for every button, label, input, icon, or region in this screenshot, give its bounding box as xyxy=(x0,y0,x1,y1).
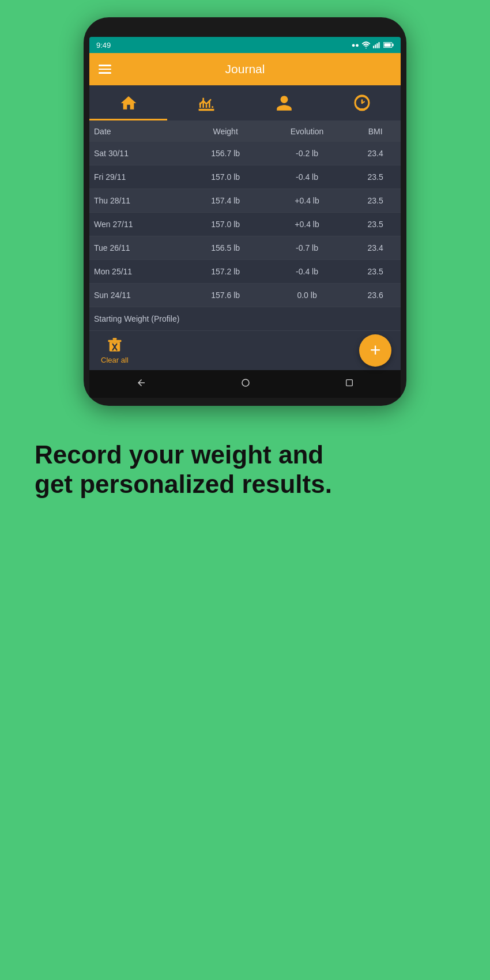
battery-icon xyxy=(383,42,394,48)
table-row[interactable]: Fri 29/11157.0 lb-0.4 lb23.5 xyxy=(89,165,401,189)
cell-bmi: 23.5 xyxy=(350,213,401,236)
recents-button[interactable] xyxy=(345,378,354,390)
home-icon xyxy=(119,94,138,112)
person-icon xyxy=(275,94,293,112)
table-body: Sat 30/11156.7 lb-0.2 lb23.4Fri 29/11157… xyxy=(89,142,401,331)
phone-shell: 9:49 ●● xyxy=(84,17,406,406)
cell-evolution: -0.2 lb xyxy=(264,142,350,165)
cell-date: Sun 24/11 xyxy=(89,284,187,307)
back-button[interactable] xyxy=(136,378,146,391)
table-row[interactable]: Thu 28/11157.4 lb+0.4 lb23.5 xyxy=(89,189,401,213)
table-row[interactable]: Mon 25/11157.2 lb-0.4 lb23.5 xyxy=(89,260,401,284)
status-bar: 9:49 ●● xyxy=(89,37,401,53)
chart-icon xyxy=(197,94,216,112)
notification-icon: ●● xyxy=(352,42,359,48)
table-header: Date Weight Evolution BMI xyxy=(89,121,401,142)
starting-weight-row: Starting Weight (Profile) xyxy=(89,307,401,331)
cell-bmi: 23.6 xyxy=(350,284,401,307)
svg-rect-19 xyxy=(346,379,352,386)
android-nav-bar xyxy=(89,370,401,398)
cell-evolution: +0.4 lb xyxy=(264,213,350,236)
svg-rect-12 xyxy=(359,108,365,111)
svg-point-18 xyxy=(242,379,249,386)
table-row[interactable]: Sat 30/11156.7 lb-0.2 lb23.4 xyxy=(89,142,401,165)
table-row[interactable]: Sun 24/11157.6 lb0.0 lb23.6 xyxy=(89,284,401,307)
clear-all-label: Clear all xyxy=(101,356,129,364)
cell-date: Mon 25/11 xyxy=(89,260,187,284)
cell-bmi: 23.4 xyxy=(350,142,401,165)
trash-icon xyxy=(107,337,123,354)
tagline: Record your weight and get personalized … xyxy=(0,440,490,499)
app-toolbar: Journal xyxy=(89,53,401,85)
add-icon: + xyxy=(370,341,381,359)
cell-date: Fri 29/11 xyxy=(89,165,187,189)
add-entry-fab[interactable]: + xyxy=(359,334,391,367)
bottom-action-bar: Clear all + xyxy=(89,331,401,370)
svg-rect-6 xyxy=(385,43,391,47)
cell-date: Sat 30/11 xyxy=(89,142,187,165)
cell-bmi: 23.5 xyxy=(350,189,401,213)
cell-weight: 157.2 lb xyxy=(187,260,264,284)
cell-date: Tue 26/11 xyxy=(89,236,187,260)
tab-home[interactable] xyxy=(89,85,167,120)
col-evolution: Evolution xyxy=(264,121,350,142)
cell-evolution: -0.4 lb xyxy=(264,165,350,189)
cell-bmi: 23.5 xyxy=(350,260,401,284)
tagline-line1: Record your weight and xyxy=(35,440,323,469)
svg-rect-1 xyxy=(375,44,376,48)
tab-chart[interactable] xyxy=(167,85,245,120)
cell-bmi: 23.5 xyxy=(350,165,401,189)
table-row[interactable]: Wen 27/11157.0 lb+0.4 lb23.5 xyxy=(89,213,401,236)
cell-evolution: -0.7 lb xyxy=(264,236,350,260)
cell-weight: 156.5 lb xyxy=(187,236,264,260)
journal-table: Date Weight Evolution BMI Sat 30/11156.7… xyxy=(89,121,401,331)
clear-all-button[interactable]: Clear all xyxy=(101,337,129,364)
toolbar-title: Journal xyxy=(123,62,391,76)
tab-scale[interactable] xyxy=(323,85,401,120)
phone-top-bar xyxy=(89,25,401,37)
svg-rect-5 xyxy=(392,44,393,47)
cell-evolution: +0.4 lb xyxy=(264,189,350,213)
starting-weight-note: Starting Weight (Profile) xyxy=(89,307,401,331)
cell-weight: 157.6 lb xyxy=(187,284,264,307)
cell-evolution: 0.0 lb xyxy=(264,284,350,307)
cell-weight: 156.7 lb xyxy=(187,142,264,165)
cell-weight: 157.0 lb xyxy=(187,213,264,236)
cell-weight: 157.4 lb xyxy=(187,189,264,213)
cell-weight: 157.0 lb xyxy=(187,165,264,189)
svg-rect-0 xyxy=(373,46,374,48)
cell-date: Wen 27/11 xyxy=(89,213,187,236)
hamburger-menu-button[interactable] xyxy=(99,65,111,74)
status-icons: ●● xyxy=(352,42,394,48)
col-date: Date xyxy=(89,121,187,142)
journal-table-container: Date Weight Evolution BMI Sat 30/11156.7… xyxy=(89,121,401,331)
cell-evolution: -0.4 lb xyxy=(264,260,350,284)
svg-rect-14 xyxy=(108,340,121,342)
signal-icon xyxy=(373,42,381,48)
tagline-line2: get personalized results. xyxy=(35,470,332,498)
wifi-icon xyxy=(361,42,371,48)
svg-rect-3 xyxy=(378,42,379,48)
svg-rect-15 xyxy=(112,338,116,340)
col-weight: Weight xyxy=(187,121,264,142)
home-button[interactable] xyxy=(240,378,251,391)
status-time: 9:49 xyxy=(96,41,111,50)
cell-bmi: 23.4 xyxy=(350,236,401,260)
nav-tabs xyxy=(89,85,401,121)
cell-date: Thu 28/11 xyxy=(89,189,187,213)
col-bmi: BMI xyxy=(350,121,401,142)
tab-profile[interactable] xyxy=(245,85,323,120)
table-row[interactable]: Tue 26/11156.5 lb-0.7 lb23.4 xyxy=(89,236,401,260)
svg-rect-2 xyxy=(376,43,378,48)
scale-icon xyxy=(353,94,371,112)
phone-screen: 9:49 ●● xyxy=(89,37,401,398)
